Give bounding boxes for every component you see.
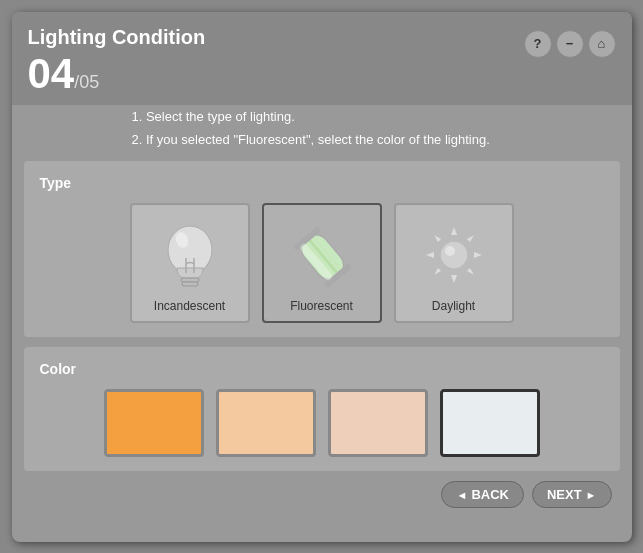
minimize-button[interactable]: − xyxy=(556,30,584,58)
svg-point-0 xyxy=(168,226,212,274)
title-left: Lighting Condition 04 /05 xyxy=(28,26,206,95)
color-options xyxy=(40,389,604,457)
color-orange[interactable] xyxy=(104,389,204,457)
back-label: BACK xyxy=(471,487,509,502)
color-white[interactable] xyxy=(440,389,540,457)
type-label: Type xyxy=(40,175,604,191)
back-button[interactable]: ◄ BACK xyxy=(441,481,523,508)
next-label: NEXT xyxy=(547,487,582,502)
window-controls: ? − ⌂ xyxy=(524,30,616,58)
type-card-daylight[interactable]: Daylight xyxy=(394,203,514,323)
color-label: Color xyxy=(40,361,604,377)
next-arrow: ► xyxy=(586,489,597,501)
window-title: Lighting Condition xyxy=(28,26,206,49)
svg-point-21 xyxy=(440,241,468,269)
svg-point-22 xyxy=(445,246,455,256)
color-section: Color xyxy=(24,347,620,471)
main-window: Lighting Condition 04 /05 ? − ⌂ 1. Selec… xyxy=(12,12,632,542)
next-button[interactable]: NEXT ► xyxy=(532,481,612,508)
instruction-1: 1. Select the type of lighting. xyxy=(132,105,616,128)
incandescent-icon xyxy=(145,215,235,295)
instructions: 1. Select the type of lighting. 2. If yo… xyxy=(12,105,632,162)
svg-marker-20 xyxy=(434,235,441,242)
color-peach[interactable] xyxy=(216,389,316,457)
svg-marker-15 xyxy=(474,252,482,258)
fluorescent-icon xyxy=(277,215,367,295)
instruction-2: 2. If you selected "Fluorescent", select… xyxy=(132,128,616,151)
svg-marker-13 xyxy=(451,227,457,235)
svg-marker-16 xyxy=(467,268,474,275)
svg-rect-1 xyxy=(181,278,199,282)
help-button[interactable]: ? xyxy=(524,30,552,58)
svg-marker-19 xyxy=(426,252,434,258)
svg-rect-2 xyxy=(182,282,198,286)
step-indicator: 04 /05 xyxy=(28,53,206,95)
daylight-icon xyxy=(409,215,499,295)
step-current: 04 xyxy=(28,53,75,95)
bottom-bar: ◄ BACK NEXT ► xyxy=(12,481,632,522)
incandescent-label: Incandescent xyxy=(154,299,225,313)
type-options: Incandescent xyxy=(40,203,604,323)
back-arrow: ◄ xyxy=(456,489,467,501)
svg-marker-14 xyxy=(467,235,474,242)
type-card-fluorescent[interactable]: Fluorescent xyxy=(262,203,382,323)
home-button[interactable]: ⌂ xyxy=(588,30,616,58)
color-light-pink[interactable] xyxy=(328,389,428,457)
svg-marker-17 xyxy=(451,275,457,283)
fluorescent-label: Fluorescent xyxy=(290,299,353,313)
step-total: /05 xyxy=(74,72,99,93)
type-section: Type xyxy=(24,161,620,337)
type-card-incandescent[interactable]: Incandescent xyxy=(130,203,250,323)
daylight-label: Daylight xyxy=(432,299,475,313)
title-bar: Lighting Condition 04 /05 ? − ⌂ xyxy=(12,12,632,105)
svg-marker-18 xyxy=(434,268,441,275)
